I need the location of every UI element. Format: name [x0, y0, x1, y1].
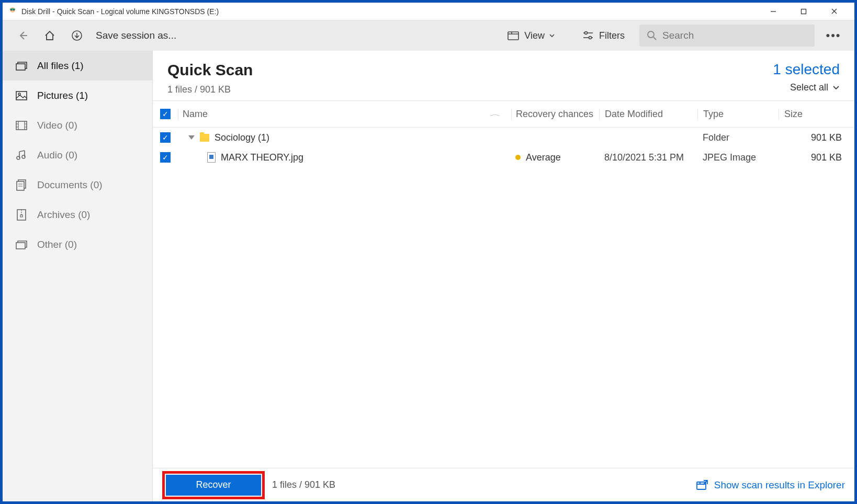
- stack-icon: [14, 61, 29, 71]
- title-bar: Disk Drill - Quick Scan - Logical volume…: [3, 3, 854, 20]
- expand-icon[interactable]: [188, 135, 195, 140]
- sidebar-item-label: Archives (0): [37, 209, 90, 221]
- sidebar-item-label: All files (1): [37, 60, 84, 72]
- svg-point-15: [648, 31, 654, 38]
- svg-point-3: [13, 9, 14, 10]
- recover-button[interactable]: Recover: [166, 475, 261, 496]
- svg-rect-20: [16, 121, 27, 130]
- pictures-icon: [14, 91, 29, 100]
- row-size: 901 KB: [779, 152, 854, 163]
- sidebar-item-documents[interactable]: Documents (0): [3, 170, 152, 200]
- svg-point-12: [585, 32, 588, 35]
- sidebar-item-label: Documents (0): [37, 179, 103, 191]
- select-all-label: Select all: [790, 82, 828, 93]
- view-button[interactable]: View: [500, 25, 568, 46]
- back-button[interactable]: [12, 25, 33, 46]
- sidebar-item-archives[interactable]: Archives (0): [3, 200, 152, 230]
- view-label: View: [524, 30, 545, 41]
- col-recovery[interactable]: Recovery chances: [511, 109, 599, 120]
- footer: Recover 1 files / 901 KB Show scan resul…: [153, 468, 854, 501]
- svg-line-16: [653, 37, 656, 40]
- recover-highlight: Recover: [162, 471, 265, 499]
- row-checkbox[interactable]: ✓: [153, 132, 178, 143]
- other-icon: [14, 240, 29, 249]
- row-name: Sociology (1): [215, 132, 269, 143]
- selected-count: 1 selected: [773, 61, 840, 78]
- more-button[interactable]: •••: [822, 29, 845, 42]
- svg-rect-18: [16, 91, 27, 100]
- row-name: MARX THEORY.jpg: [221, 152, 303, 163]
- svg-point-19: [18, 93, 20, 95]
- svg-point-14: [589, 37, 592, 39]
- col-type[interactable]: Type: [697, 109, 779, 120]
- row-type: Folder: [697, 132, 779, 143]
- file-icon: [207, 152, 216, 163]
- sidebar-item-label: Pictures (1): [37, 90, 88, 101]
- maximize-button[interactable]: [788, 3, 819, 20]
- select-all-button[interactable]: Select all: [773, 82, 840, 93]
- recovery-dot-icon: [515, 155, 521, 160]
- filters-button[interactable]: Filters: [575, 25, 632, 46]
- sidebar-item-all-files[interactable]: All files (1): [3, 51, 152, 81]
- video-icon: [14, 121, 29, 130]
- minimize-button[interactable]: [758, 3, 788, 20]
- chevron-down-icon: [832, 85, 840, 90]
- search-box[interactable]: [639, 25, 815, 47]
- col-size[interactable]: Size: [779, 109, 854, 120]
- svg-rect-17: [16, 64, 25, 70]
- sidebar-item-video[interactable]: Video (0): [3, 110, 152, 140]
- row-type: JPEG Image: [697, 152, 779, 163]
- svg-rect-35: [16, 243, 25, 249]
- archives-icon: [14, 209, 29, 221]
- search-input[interactable]: [662, 30, 807, 41]
- svg-rect-34: [20, 215, 22, 217]
- download-button[interactable]: [66, 25, 87, 46]
- footer-info: 1 files / 901 KB: [272, 479, 335, 490]
- app-icon: [8, 7, 17, 16]
- audio-icon: [14, 150, 29, 161]
- external-link-icon: [696, 480, 708, 490]
- page-title: Quick Scan: [167, 61, 253, 79]
- header-checkbox[interactable]: ✓: [153, 109, 178, 119]
- sidebar-item-pictures[interactable]: Pictures (1): [3, 81, 152, 110]
- row-size: 901 KB: [779, 132, 854, 143]
- filters-label: Filters: [599, 30, 625, 41]
- sidebar: All files (1) Pictures (1) Video (0) Aud…: [3, 51, 153, 501]
- row-checkbox[interactable]: ✓: [153, 152, 178, 163]
- row-date: 8/10/2021 5:31 PM: [599, 152, 697, 163]
- col-date[interactable]: Date Modified: [599, 109, 697, 120]
- row-recovery: Average: [526, 152, 561, 163]
- explorer-link-label: Show scan results in Explorer: [714, 479, 845, 491]
- col-name[interactable]: Name ︿: [178, 109, 511, 120]
- sidebar-item-label: Video (0): [37, 120, 77, 131]
- show-in-explorer-link[interactable]: Show scan results in Explorer: [696, 479, 845, 491]
- table-header: ✓ Name ︿ Recovery chances Date Modified …: [153, 100, 854, 128]
- close-button[interactable]: [819, 3, 849, 20]
- svg-rect-5: [802, 9, 806, 14]
- save-session-button[interactable]: Save session as...: [96, 30, 176, 41]
- sort-indicator-icon: ︿: [490, 110, 501, 119]
- table-row[interactable]: ✓ MARX THEORY.jpg Average 8/10/2021 5:31…: [153, 147, 854, 167]
- svg-rect-10: [508, 32, 518, 40]
- home-button[interactable]: [39, 25, 60, 46]
- sidebar-item-audio[interactable]: Audio (0): [3, 140, 152, 170]
- window-title: Disk Drill - Quick Scan - Logical volume…: [21, 7, 219, 16]
- table-row[interactable]: ✓ Sociology (1) Folder 901 KB: [153, 128, 854, 147]
- content-area: Quick Scan 1 files / 901 KB 1 selected S…: [153, 51, 854, 501]
- sidebar-item-label: Other (0): [37, 239, 77, 250]
- svg-point-2: [10, 9, 12, 10]
- folder-icon: [200, 134, 209, 142]
- sidebar-item-other[interactable]: Other (0): [3, 230, 152, 259]
- documents-icon: [14, 179, 29, 191]
- toolbar: Save session as... View Filters •••: [3, 20, 854, 51]
- page-subtitle: 1 files / 901 KB: [167, 84, 253, 95]
- sidebar-item-label: Audio (0): [37, 150, 77, 161]
- results-table: ✓ Name ︿ Recovery chances Date Modified …: [153, 100, 854, 167]
